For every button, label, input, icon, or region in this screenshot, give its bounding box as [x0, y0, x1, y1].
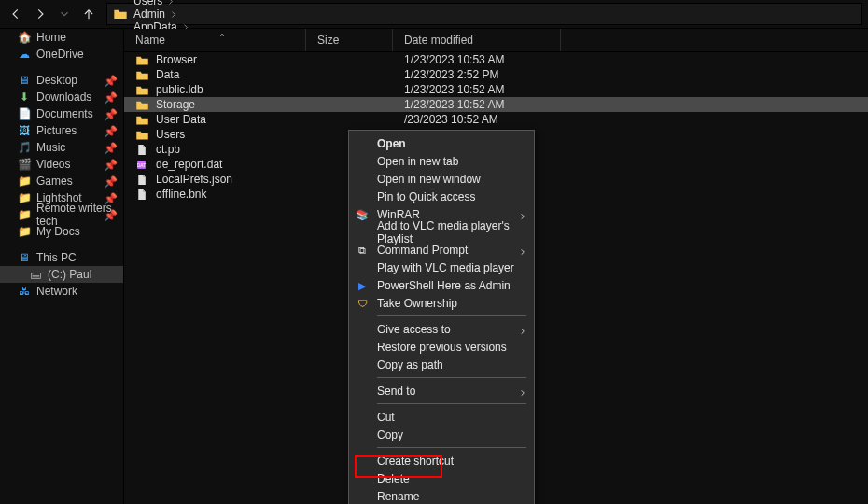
menu-open[interactable]: Open — [349, 134, 534, 152]
desktop-icon: 🖥 — [17, 74, 32, 87]
nav-onedrive[interactable]: ☁ OneDrive — [0, 46, 123, 63]
pin-icon: 📌 — [104, 108, 118, 121]
sort-asc-icon: ˄ — [219, 33, 225, 46]
nav-item-label: My Docs — [36, 225, 80, 238]
folder-row[interactable]: public.ldb1/23/2023 10:52 AM — [124, 82, 868, 97]
nav-desktop[interactable]: 🖥 Desktop 📌 — [0, 72, 123, 89]
menu-vlc-playlist[interactable]: Add to VLC media player's Playlist — [349, 223, 534, 241]
menu-label: Delete — [377, 472, 410, 485]
nav-item-label: Network — [36, 285, 77, 298]
svg-text:DAT: DAT — [137, 162, 146, 167]
menu-cut[interactable]: Cut — [349, 408, 534, 426]
chevron-right-icon — [166, 0, 175, 6]
menu-restore[interactable]: Restore previous versions — [349, 338, 534, 356]
menu-vlc-play[interactable]: Play with VLC media player — [349, 259, 534, 276]
pin-icon: 📌 — [104, 159, 118, 172]
nav-up-button[interactable] — [78, 4, 99, 24]
file-pane: Name ˄ Size Date modified Browser1/23/20… — [124, 29, 868, 504]
breadcrumb-segment[interactable]: Users — [133, 0, 193, 7]
nav-thispc[interactable]: 🖥 This PC — [0, 249, 123, 266]
folder-icon — [135, 129, 150, 141]
folder-icon: 📁 — [17, 191, 32, 204]
menu-copy[interactable]: Copy — [349, 426, 534, 443]
menu-separator — [377, 377, 526, 378]
menu-powershell[interactable]: ▶ PowerShell Here as Admin — [349, 276, 534, 294]
menu-take-ownership[interactable]: 🛡 Take Ownership — [349, 294, 534, 312]
nav-music[interactable]: 🎵 Music 📌 — [0, 139, 123, 156]
menu-delete[interactable]: Delete — [349, 469, 534, 487]
menu-give-access[interactable]: Give access to — [349, 320, 534, 338]
nav-drive-c[interactable]: 🖴 (C:) Paul — [0, 266, 123, 283]
nav-item-label: Downloads — [36, 91, 91, 104]
nav-forward-button[interactable] — [30, 4, 50, 24]
address-bar[interactable]: This PC(C:) PaulUsersAdminAppDataLocalSp… — [106, 3, 862, 25]
nav-pictures[interactable]: 🖼 Pictures 📌 — [0, 122, 123, 139]
nav-home[interactable]: 🏠 Home — [0, 29, 123, 46]
submenu-arrow-icon — [519, 325, 526, 338]
file-name: Users — [156, 128, 185, 141]
folder-icon — [113, 7, 128, 21]
folder-row[interactable]: Storage1/23/2023 10:52 AM — [124, 97, 868, 112]
column-label: Date modified — [404, 34, 473, 47]
file-name: Storage — [156, 98, 195, 111]
menu-label: Cut — [377, 411, 395, 424]
menu-create-shortcut[interactable]: Create shortcut — [349, 452, 534, 469]
menu-pin-quick[interactable]: Pin to Quick access — [349, 188, 534, 205]
folder-icon: 📁 — [17, 225, 32, 238]
file-name: de_report.dat — [156, 158, 222, 171]
chevron-right-icon — [169, 10, 177, 19]
menu-copy-path[interactable]: Copy as path — [349, 356, 534, 373]
menu-separator — [377, 315, 526, 316]
file-name: offline.bnk — [156, 188, 207, 201]
column-date[interactable]: Date modified — [393, 29, 561, 51]
folder-icon: 📁 — [17, 175, 32, 188]
menu-label: Open — [377, 137, 406, 150]
download-icon: ⬇ — [17, 91, 32, 104]
folder-row[interactable]: User Data/23/2023 10:52 AM — [124, 112, 868, 127]
file-date: 1/23/2023 10:52 AM — [404, 98, 504, 111]
menu-label: Give access to — [377, 323, 451, 336]
nav-videos[interactable]: 🎬 Videos 📌 — [0, 156, 123, 173]
nav-item-label: Pictures — [36, 124, 77, 137]
nav-documents[interactable]: 📄 Documents 📌 — [0, 105, 123, 122]
shield-icon: 🛡 — [355, 296, 370, 311]
menu-label: Copy as path — [377, 358, 443, 371]
file-name: Browser — [156, 53, 197, 66]
folder-icon — [135, 54, 150, 66]
column-name[interactable]: Name ˄ — [124, 29, 306, 51]
nav-item-label: Documents — [36, 107, 93, 120]
pictures-icon: 🖼 — [17, 124, 32, 137]
nav-item-label: Videos — [36, 158, 70, 171]
nav-item-label: This PC — [36, 251, 77, 264]
menu-label: Rename — [377, 490, 419, 503]
nav-network[interactable]: 🖧 Network — [0, 283, 123, 300]
nav-remote[interactable]: 📁 Remote writers tech 📌 — [0, 206, 123, 223]
folder-row[interactable]: Browser1/23/2023 10:53 AM — [124, 52, 868, 67]
pc-icon: 🖥 — [17, 251, 32, 264]
menu-send-to[interactable]: Send to — [349, 382, 534, 399]
nav-mydocs[interactable]: 📁 My Docs — [0, 223, 123, 240]
menu-label: Play with VLC media player — [377, 261, 514, 274]
menu-label: Create shortcut — [377, 455, 454, 468]
nav-item-label: Home — [36, 31, 66, 44]
column-size[interactable]: Size — [306, 29, 393, 51]
menu-separator — [377, 403, 526, 404]
menu-open-win[interactable]: Open in new window — [349, 170, 534, 188]
nav-back-button[interactable] — [6, 4, 26, 24]
menu-cmd[interactable]: ⧉ Command Prompt — [349, 241, 534, 259]
nav-recent-dropdown[interactable] — [54, 4, 75, 24]
column-label: Name — [135, 34, 165, 47]
nav-downloads[interactable]: ⬇ Downloads 📌 — [0, 89, 123, 105]
menu-rename[interactable]: Rename — [349, 487, 534, 504]
nav-item-label: OneDrive — [36, 48, 84, 61]
breadcrumb-segment[interactable]: Admin — [133, 7, 193, 21]
menu-separator — [377, 447, 526, 448]
file-name: User Data — [156, 113, 206, 126]
menu-label: Take Ownership — [377, 297, 457, 310]
menu-label: Command Prompt — [377, 244, 468, 257]
nav-games[interactable]: 📁 Games 📌 — [0, 173, 123, 189]
menu-open-tab[interactable]: Open in new tab — [349, 152, 534, 170]
folder-row[interactable]: Data1/23/2023 2:52 PM — [124, 67, 868, 82]
pin-icon: 📌 — [104, 142, 118, 155]
dat-file-icon: DAT — [135, 159, 150, 171]
